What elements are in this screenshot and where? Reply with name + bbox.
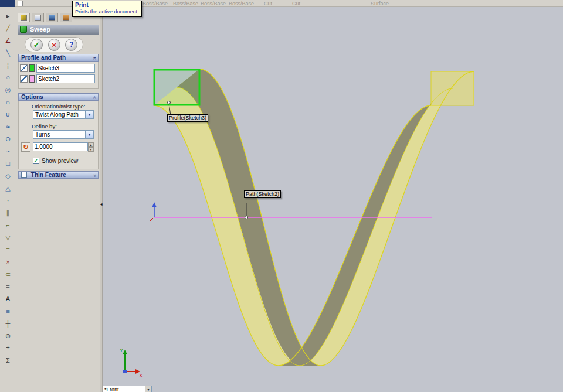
turns-increment-button[interactable]: ▲ bbox=[88, 142, 94, 147]
reverse-direction-icon[interactable]: ↻ bbox=[21, 142, 30, 152]
solidworks-window: Boss/BaseBoss/BaseBoss/BaseBoss/BaseCutC… bbox=[0, 0, 563, 392]
plane-tool-icon[interactable]: ■ bbox=[3, 306, 13, 316]
help-button[interactable]: ? bbox=[65, 39, 77, 51]
sweep-icon bbox=[20, 26, 27, 33]
ellipse-tool-icon-glyph: ⊙ bbox=[5, 135, 11, 143]
path-callout[interactable]: Path(Sketch2) bbox=[244, 190, 281, 198]
property-manager-tabs bbox=[18, 13, 72, 22]
centerpoint-arc-tool-icon[interactable]: ∩ bbox=[3, 97, 13, 107]
construction-geometry-tool-icon[interactable]: = bbox=[3, 282, 13, 291]
cross-icon: × bbox=[52, 40, 56, 49]
top-toolbar-label: Cut bbox=[292, 1, 300, 6]
convert-entities-tool-icon-glyph: ⊂ bbox=[5, 270, 11, 278]
cancel-button[interactable]: × bbox=[48, 39, 60, 51]
rectangle-tool-icon[interactable]: □ bbox=[3, 159, 13, 168]
axis-tool-icon[interactable]: ┼ bbox=[3, 319, 13, 328]
offset-tool-icon[interactable]: ≡ bbox=[3, 245, 13, 254]
viewport[interactable]: Y X Profile(Sketch3) Path(Sketch2) *Fron… bbox=[103, 7, 563, 392]
third-party-tab-icon bbox=[63, 15, 69, 21]
collapse-icon[interactable]: » bbox=[91, 57, 98, 60]
path-input[interactable] bbox=[36, 74, 95, 83]
top-toolbar-label: Boss/Base bbox=[201, 1, 226, 6]
property-manager-tab-icon bbox=[21, 15, 27, 21]
profile-sketch-icon bbox=[20, 64, 28, 72]
tab-property-manager[interactable] bbox=[18, 13, 30, 22]
chevron-down-icon[interactable]: ▼ bbox=[85, 130, 94, 139]
equation-tool-icon-glyph: Σ bbox=[6, 356, 10, 364]
expand-icon[interactable]: » bbox=[91, 174, 98, 177]
spline-tool-icon[interactable]: ~ bbox=[3, 146, 13, 156]
circle-tool-icon[interactable]: ○ bbox=[3, 73, 13, 82]
splitter-arrow-icon[interactable]: ◄ bbox=[99, 202, 103, 206]
tab-third-party[interactable] bbox=[60, 13, 72, 22]
point-tool-icon-glyph: · bbox=[7, 196, 9, 204]
model-view[interactable]: Y X bbox=[103, 7, 563, 392]
tangent-arc-tool-icon-glyph: ∪ bbox=[5, 110, 10, 118]
text-tool-icon[interactable]: A bbox=[3, 294, 13, 304]
turns-stepper: ▲ ▼ bbox=[33, 142, 94, 151]
orientation-twist-select[interactable]: Twist Along Path ▼ bbox=[33, 110, 94, 119]
triad-y-label: Y bbox=[120, 347, 123, 353]
top-toolbar-label: Surface bbox=[371, 1, 389, 6]
ok-button[interactable]: ✓ bbox=[30, 39, 43, 51]
axis-tool-icon-glyph: ┼ bbox=[6, 319, 11, 328]
document-icon[interactable] bbox=[18, 1, 23, 6]
mirror-tool-icon[interactable]: ∥ bbox=[3, 208, 13, 217]
centerline-tool-icon[interactable]: ¦ bbox=[3, 60, 13, 70]
fillet-tool-icon[interactable]: ⌐ bbox=[3, 220, 13, 230]
chevron-down-icon[interactable]: ▼ bbox=[145, 386, 151, 392]
define-by-select[interactable]: Turns ▼ bbox=[33, 130, 94, 139]
parallelogram-tool-icon[interactable]: ◇ bbox=[3, 171, 13, 180]
text-tool-icon-glyph: A bbox=[6, 295, 10, 303]
configuration-manager-tab-icon bbox=[49, 15, 55, 21]
measure-tool-icon[interactable]: ± bbox=[3, 343, 13, 353]
profile-callout[interactable]: Profile(Sketch3) bbox=[167, 114, 208, 122]
tab-feature-manager[interactable] bbox=[32, 13, 44, 22]
tab-configuration-manager[interactable] bbox=[46, 13, 58, 22]
trim-tool-icon[interactable]: × bbox=[3, 257, 13, 267]
chamfer-tool-icon[interactable]: ▽ bbox=[3, 233, 13, 242]
parallelogram-tool-icon-glyph: ◇ bbox=[5, 172, 10, 180]
panel-title: Sweep bbox=[30, 26, 50, 33]
thin-feature-checkbox[interactable] bbox=[21, 172, 27, 178]
turns-input[interactable] bbox=[33, 142, 88, 151]
sketch-tool-icon[interactable]: ╱ bbox=[3, 23, 13, 33]
coordinate-system-tool-icon[interactable]: ⊕ bbox=[3, 331, 13, 340]
collapse-icon[interactable]: » bbox=[91, 96, 98, 99]
equation-tool-icon[interactable]: Σ bbox=[3, 356, 13, 365]
profile-path-group-title: Profile and Path bbox=[21, 54, 66, 61]
view-orientation-select[interactable]: *Front ▼ bbox=[103, 386, 152, 392]
show-preview-label: Show preview bbox=[42, 158, 78, 164]
measure-tool-icon-glyph: ± bbox=[6, 344, 9, 352]
options-group-header[interactable]: Options » bbox=[18, 93, 99, 101]
trim-tool-icon-glyph: × bbox=[6, 258, 9, 266]
profile-sketch-rectangle[interactable] bbox=[154, 70, 199, 105]
circle-tool-icon-glyph: ○ bbox=[6, 73, 10, 81]
orientation-twist-label: Orientation/twist type: bbox=[32, 103, 85, 110]
convert-entities-tool-icon[interactable]: ⊂ bbox=[3, 270, 13, 279]
thin-feature-group-title: Thin Feature bbox=[31, 172, 66, 178]
dimension-tool-icon-glyph: ∠ bbox=[5, 36, 11, 45]
turns-decrement-button[interactable]: ▼ bbox=[88, 147, 94, 152]
polygon-tool-icon[interactable]: △ bbox=[3, 183, 13, 193]
profile-path-group-header[interactable]: Profile and Path » bbox=[18, 54, 99, 62]
thin-feature-group-header[interactable]: Thin Feature » bbox=[18, 171, 99, 179]
rectangle-tool-icon-glyph: □ bbox=[6, 159, 10, 168]
select-tool-icon[interactable]: ▸ bbox=[3, 11, 13, 21]
ellipse-tool-icon[interactable]: ⊙ bbox=[3, 134, 13, 144]
line-tool-icon[interactable]: ╲ bbox=[3, 48, 13, 57]
view-orientation-value: *Front bbox=[103, 386, 145, 392]
chevron-down-icon[interactable]: ▼ bbox=[85, 110, 94, 119]
tangent-arc-tool-icon[interactable]: ∪ bbox=[3, 110, 13, 119]
path-selection-row bbox=[20, 74, 95, 83]
app-menu-corner[interactable] bbox=[0, 0, 15, 7]
show-preview-checkbox[interactable]: ✓ bbox=[33, 158, 39, 164]
spline-tool-icon-glyph: ~ bbox=[6, 147, 9, 155]
dimension-tool-icon[interactable]: ∠ bbox=[3, 36, 13, 45]
three-point-arc-tool-icon[interactable]: ≈ bbox=[3, 122, 13, 131]
profile-input[interactable] bbox=[36, 64, 95, 73]
perimeter-circle-tool-icon[interactable]: ◎ bbox=[3, 85, 13, 94]
panel-splitter[interactable]: ◄ bbox=[100, 7, 103, 392]
point-tool-icon[interactable]: · bbox=[3, 196, 13, 205]
select-tool-icon-glyph: ▸ bbox=[6, 12, 10, 20]
